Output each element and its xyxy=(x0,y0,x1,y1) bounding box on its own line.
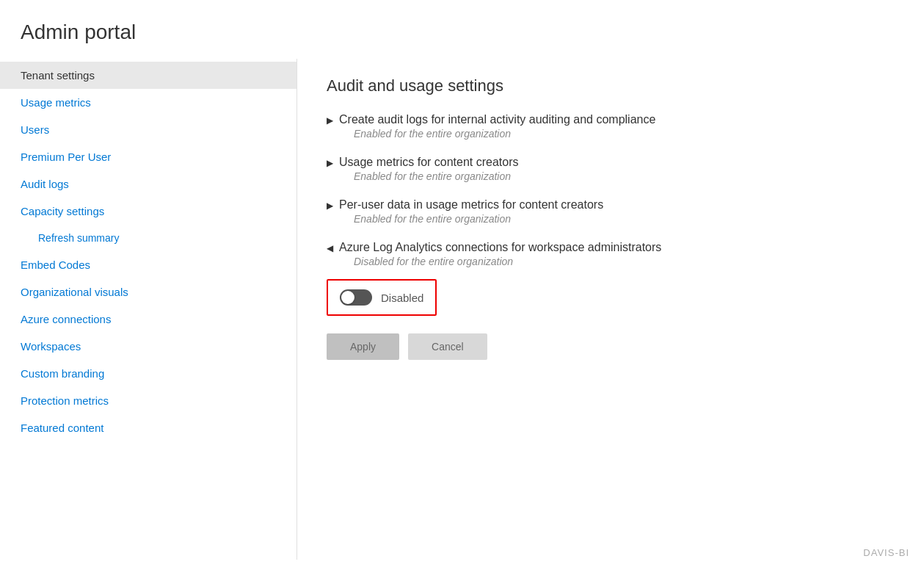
sidebar-item-azure-connections[interactable]: Azure connections xyxy=(0,306,297,333)
sidebar-item-featured-content[interactable]: Featured content xyxy=(0,414,297,441)
sidebar-item-organizational-visuals[interactable]: Organizational visuals xyxy=(0,278,297,306)
sidebar-item-premium-per-user[interactable]: Premium Per User xyxy=(0,143,297,170)
sidebar-item-refresh-summary[interactable]: Refresh summary xyxy=(0,225,297,251)
sidebar-item-users[interactable]: Users xyxy=(0,116,297,143)
azure-item-title: Azure Log Analytics connections for work… xyxy=(339,241,661,254)
sidebar: Tenant settingsUsage metricsUsersPremium… xyxy=(0,59,297,560)
button-row: Apply Cancel xyxy=(327,333,895,360)
azure-item: ◀ Azure Log Analytics connections for wo… xyxy=(327,241,895,316)
page-title: Admin portal xyxy=(0,0,924,59)
sidebar-item-audit-logs[interactable]: Audit logs xyxy=(0,170,297,198)
sidebar-item-capacity-settings[interactable]: Capacity settings xyxy=(0,198,297,225)
sidebar-item-embed-codes[interactable]: Embed Codes xyxy=(0,251,297,278)
toggle-label: Disabled xyxy=(381,292,423,304)
audit-items-list: ▶ Create audit logs for internal activit… xyxy=(327,113,895,225)
sidebar-item-tenant-settings[interactable]: Tenant settings xyxy=(0,62,297,89)
audit-item-usage-metrics-creators: ▶ Usage metrics for content creators Ena… xyxy=(327,156,895,182)
watermark: DAVIS-BI xyxy=(863,547,909,558)
audit-item-per-user-data: ▶ Per-user data in usage metrics for con… xyxy=(327,198,895,225)
main-content: Audit and usage settings ▶ Create audit … xyxy=(297,59,924,560)
azure-chevron-icon: ◀ xyxy=(327,243,333,253)
sidebar-item-workspaces[interactable]: Workspaces xyxy=(0,333,297,360)
chevron-icon: ▶ xyxy=(327,158,333,168)
toggle-switch[interactable] xyxy=(340,289,372,306)
sidebar-item-custom-branding[interactable]: Custom branding xyxy=(0,360,297,387)
apply-button[interactable]: Apply xyxy=(327,333,399,360)
audit-item-subtitle: Enabled for the entire organization xyxy=(354,170,519,182)
azure-item-subtitle: Disabled for the entire organization xyxy=(354,256,661,267)
audit-item-subtitle: Enabled for the entire organization xyxy=(354,213,603,225)
sidebar-item-protection-metrics[interactable]: Protection metrics xyxy=(0,387,297,414)
audit-item-title: Per-user data in usage metrics for conte… xyxy=(339,198,603,212)
audit-item-title: Usage metrics for content creators xyxy=(339,156,519,169)
toggle-section: Disabled xyxy=(327,279,437,316)
chevron-icon: ▶ xyxy=(327,201,333,211)
section-title: Audit and usage settings xyxy=(327,76,895,95)
toggle-thumb xyxy=(341,291,354,304)
audit-item-title: Create audit logs for internal activity … xyxy=(339,113,655,126)
audit-item-subtitle: Enabled for the entire organization xyxy=(354,128,655,140)
audit-item-create-audit-logs: ▶ Create audit logs for internal activit… xyxy=(327,113,895,140)
cancel-button[interactable]: Cancel xyxy=(408,333,487,360)
sidebar-item-usage-metrics[interactable]: Usage metrics xyxy=(0,89,297,116)
chevron-icon: ▶ xyxy=(327,115,333,126)
